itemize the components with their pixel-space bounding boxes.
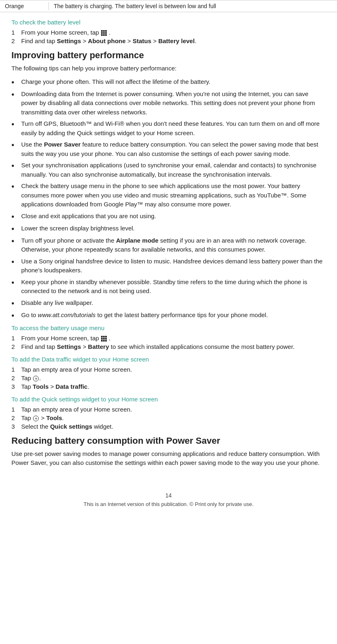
bullet-dot: •	[11, 77, 18, 87]
bullet-text: Go to www.att.com/tutorials to get the l…	[21, 311, 268, 320]
section-battery-usage-menu: To access the battery usage menu 1 From …	[11, 324, 326, 350]
bullet-item: • Disable any live wallpaper.	[11, 298, 326, 308]
bullet-dot: •	[11, 90, 18, 99]
color-label: Orange	[0, 2, 49, 10]
step-1-text: From your Home screen, tap .	[21, 29, 110, 36]
step-3-text: Tap Tools > Data traffic.	[21, 383, 89, 390]
power-saver-heading: Reducing battery consumption with Power …	[11, 436, 326, 446]
section-check-battery: To check the battery level 1 From your H…	[11, 19, 326, 44]
improving-battery-heading: Improving battery performance	[11, 50, 326, 61]
step-2: 2 Find and tap Settings > Battery to see…	[11, 343, 326, 350]
step-2-num: 2	[11, 37, 18, 44]
bullet-text: Downloading data from the Internet is po…	[21, 90, 326, 117]
bullet-dot: •	[11, 119, 18, 129]
step-2: 2 Tap > Tools.	[11, 414, 326, 421]
color-desc: The battery is charging. The battery lev…	[49, 2, 221, 10]
step-3-num: 3	[11, 383, 18, 390]
bullet-dot: •	[11, 298, 18, 308]
step-2-num: 2	[11, 343, 18, 350]
step-3: 3 Select the Quick settings widget.	[11, 423, 326, 430]
quick-settings-steps: 1 Tap an empty area of your Home screen.…	[11, 406, 326, 430]
bullet-dot: •	[11, 278, 18, 287]
section-data-traffic-widget: To add the Data traffic widget to your H…	[11, 356, 326, 390]
step-1-num: 1	[11, 406, 18, 413]
bullet-dot: •	[11, 212, 18, 221]
improving-battery-intro: The following tips can help you improve …	[11, 64, 326, 73]
bullet-item: • Close and exit applications that you a…	[11, 212, 326, 221]
bullet-dot: •	[11, 224, 18, 234]
bullet-item: • Lower the screen display brightness le…	[11, 224, 326, 234]
bullet-dot: •	[11, 140, 18, 150]
bullet-item: • Go to www.att.com/tutorials to get the…	[11, 311, 326, 320]
step-1-text: Tap an empty area of your Home screen.	[21, 406, 132, 413]
footer-disclaimer: This is an Internet version of this publ…	[0, 501, 337, 507]
bullet-text: Use the Power Saver feature to reduce ba…	[21, 140, 326, 158]
grid-icon	[101, 336, 107, 342]
grid-icon	[101, 30, 107, 36]
power-saver-body: Use pre-set power saving modes to manage…	[11, 449, 326, 468]
step-1: 1 Tap an empty area of your Home screen.	[11, 406, 326, 413]
bullet-dot: •	[11, 182, 18, 191]
step-2: 2 Tap .	[11, 375, 326, 381]
step-1-text: From your Home screen, tap .	[21, 335, 110, 342]
bullet-item: • Turn off GPS, Bluetooth™ and Wi-Fi® wh…	[11, 119, 326, 138]
step-2-text: Find and tap Settings > Battery to see w…	[21, 343, 295, 350]
step-1: 1 From your Home screen, tap .	[11, 29, 326, 36]
bullet-text: Use a Sony original handsfree device to …	[21, 257, 326, 275]
bullet-text: Keep your phone in standby whenever poss…	[21, 278, 326, 296]
bullet-item: • Use a Sony original handsfree device t…	[11, 257, 326, 275]
bullet-dot: •	[11, 236, 18, 246]
battery-usage-heading: To access the battery usage menu	[11, 324, 326, 331]
step-2-text: Tap .	[21, 375, 41, 381]
page-number: 14	[0, 492, 337, 499]
step-1: 1 From your Home screen, tap .	[11, 335, 326, 342]
bullet-text: Disable any live wallpaper.	[21, 298, 93, 308]
bullet-text: Charge your phone often. This will not a…	[21, 77, 210, 87]
bullet-item: • Keep your phone in standby whenever po…	[11, 278, 326, 296]
section-power-saver: Reducing battery consumption with Power …	[11, 436, 326, 468]
bullet-item: • Check the battery usage menu in the ph…	[11, 182, 326, 209]
bullet-text: Turn off your phone or activate the Airp…	[21, 236, 326, 254]
step-1: 1 Tap an empty area of your Home screen.	[11, 366, 326, 373]
bullet-dot: •	[11, 257, 18, 267]
plus-icon	[33, 376, 39, 381]
plus-icon	[33, 416, 39, 421]
section-check-battery-heading: To check the battery level	[11, 19, 326, 26]
check-battery-steps: 1 From your Home screen, tap . 2 Find an…	[11, 29, 326, 44]
step-3-num: 3	[11, 423, 18, 430]
top-bar: Orange The battery is charging. The batt…	[0, 0, 337, 12]
section-quick-settings-widget: To add the Quick settings widget to your…	[11, 396, 326, 430]
step-2-num: 2	[11, 414, 18, 421]
bullet-text: Lower the screen display brightness leve…	[21, 224, 134, 233]
page-footer: 14 This is an Internet version of this p…	[0, 492, 337, 511]
step-2: 2 Find and tap Settings > About phone > …	[11, 37, 326, 44]
step-1-num: 1	[11, 366, 18, 373]
improving-battery-bullets: • Charge your phone often. This will not…	[11, 77, 326, 320]
step-1-text: Tap an empty area of your Home screen.	[21, 366, 132, 373]
bullet-text: Turn off GPS, Bluetooth™ and Wi-Fi® when…	[21, 119, 326, 138]
bullet-item: • Use the Power Saver feature to reduce …	[11, 140, 326, 158]
step-1-num: 1	[11, 335, 18, 342]
bullet-item: • Set your synchronisation applications …	[11, 161, 326, 179]
step-2-text: Tap > Tools.	[21, 414, 64, 421]
quick-settings-heading: To add the Quick settings widget to your…	[11, 396, 326, 403]
battery-usage-steps: 1 From your Home screen, tap . 2 Find an…	[11, 335, 326, 350]
bullet-item: • Turn off your phone or activate the Ai…	[11, 236, 326, 254]
step-1-num: 1	[11, 29, 18, 36]
step-3: 3 Tap Tools > Data traffic.	[11, 383, 326, 390]
att-link: www.att.com/tutorials	[38, 311, 96, 318]
section-improving-battery: Improving battery performance The follow…	[11, 50, 326, 320]
bullet-item: • Downloading data from the Internet is …	[11, 90, 326, 117]
step-2-num: 2	[11, 375, 18, 381]
bullet-item: • Charge your phone often. This will not…	[11, 77, 326, 87]
step-3-text: Select the Quick settings widget.	[21, 423, 113, 430]
bullet-dot: •	[11, 161, 18, 171]
step-2-text: Find and tap Settings > About phone > St…	[21, 37, 196, 44]
data-traffic-steps: 1 Tap an empty area of your Home screen.…	[11, 366, 326, 390]
data-traffic-heading: To add the Data traffic widget to your H…	[11, 356, 326, 363]
bullet-dot: •	[11, 311, 18, 320]
bullet-text: Set your synchronisation applications (u…	[21, 161, 326, 179]
bullet-text: Check the battery usage menu in the phon…	[21, 182, 326, 209]
bullet-text: Close and exit applications that you are…	[21, 212, 156, 221]
